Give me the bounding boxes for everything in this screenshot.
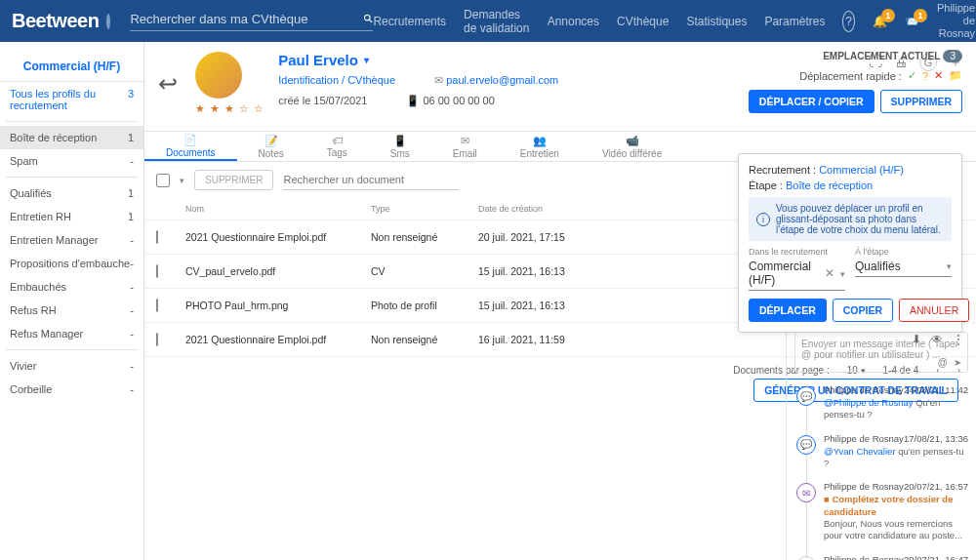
popover-copier-button[interactable]: COPIER <box>833 299 893 322</box>
clear-icon[interactable]: ✕ <box>825 266 834 280</box>
supprimer-button[interactable]: SUPPRIMER <box>880 90 962 113</box>
timeline-item: 👤Philippe de Rosnay20/07/21, 16:47Créé d… <box>794 554 968 560</box>
avatar <box>195 52 242 99</box>
sidebar-item[interactable]: Corbeille- <box>0 378 143 401</box>
info-icon: i <box>756 213 770 226</box>
identification-link[interactable]: Identification / CVthèque <box>278 74 395 87</box>
nav-statistiques[interactable]: Statistiques <box>686 15 747 28</box>
sidebar-title: Commercial (H/F) <box>0 52 143 82</box>
sidebar-item[interactable]: Vivier- <box>0 354 143 378</box>
logo: Beetween <box>12 10 99 32</box>
sidebar: Commercial (H/F) Tous les profils du rec… <box>0 42 144 560</box>
recrutement-link[interactable]: Commercial (H/F) <box>819 164 904 176</box>
sidebar-item[interactable]: Embauchés- <box>0 275 143 299</box>
tab-documents[interactable]: 📄Documents <box>144 132 237 161</box>
search-input[interactable] <box>130 12 364 26</box>
nav-demandes[interactable]: Demandes de validation <box>464 8 530 35</box>
timeline-item: ✉Philippe de Rosnay20/07/21, 16:57■ Comp… <box>794 481 968 541</box>
timeline-item: 💬Philippe de Rosnay24/08/21, 11:42@Phili… <box>794 384 968 421</box>
content: EMPLACEMENT ACTUEL 3 Déplacement rapide … <box>144 42 976 560</box>
sidebar-item[interactable]: Tous les profils du recrutement3 <box>0 82 143 117</box>
search-wrap: ⚲ <box>130 12 373 31</box>
sidebar-item[interactable]: Entretien Manager- <box>0 228 143 252</box>
sidebar-item[interactable]: Qualifiés1 <box>0 181 143 205</box>
mention-icon[interactable]: @ <box>938 357 948 368</box>
nav-annonces[interactable]: Annonces <box>548 15 599 28</box>
back-arrow-icon[interactable]: ↩ <box>158 70 182 98</box>
message-input[interactable]: Envoyer un message interne ( Taper @ pou… <box>794 332 968 373</box>
logo-circle-icon <box>106 14 110 29</box>
checkbox-dropdown-icon[interactable]: ▾ <box>180 176 184 185</box>
nav-parametres[interactable]: Paramètres <box>764 15 825 28</box>
recrutement-select[interactable]: Commercial (H/F) ✕▾ <box>749 257 845 291</box>
notifications-icon[interactable]: 🔔1 <box>873 15 887 28</box>
sidebar-item[interactable]: Entretien RH1 <box>0 205 143 228</box>
etape-select[interactable]: Qualifiés ▾ <box>855 257 952 277</box>
header-nom: Nom <box>185 204 371 214</box>
tab-email[interactable]: ✉Email <box>431 132 499 161</box>
select-all-checkbox[interactable] <box>156 174 170 187</box>
docs-supprimer-button[interactable]: SUPPRIMER <box>194 170 273 190</box>
row-checkbox[interactable] <box>156 299 158 312</box>
topbar: Beetween ⚲ Recrutements Demandes de vali… <box>0 0 976 42</box>
chevron-down-icon: ▾ <box>364 55 369 65</box>
nav-recrutements[interactable]: Recrutements <box>373 15 446 28</box>
help-icon[interactable]: ? <box>842 11 854 32</box>
phone-icon: 📱 <box>406 95 423 106</box>
quick-folder-icon[interactable]: 📁 <box>949 69 962 82</box>
popover-deplacer-button[interactable]: DÉPLACER <box>749 299 827 322</box>
sidebar-item[interactable]: Boîte de réception1 <box>0 126 143 149</box>
sidebar-item[interactable]: Refus RH- <box>0 299 143 322</box>
row-checkbox[interactable] <box>156 230 158 244</box>
history-panel: 🕓HISTORIQUE Envoyer un message interne (… <box>786 300 976 560</box>
profile-phone: 06 00 00 00 00 <box>423 95 494 106</box>
profile-name-dropdown[interactable]: Paul Ervelo▾ <box>278 52 558 68</box>
rating-stars[interactable]: ★ ★ ★ ☆ ☆ <box>195 102 264 115</box>
tab-sms[interactable]: 📱Sms <box>369 132 431 161</box>
quick-check-icon[interactable]: ✓ <box>908 69 916 82</box>
row-checkbox[interactable] <box>156 264 158 278</box>
quick-help-icon[interactable]: ? <box>922 70 928 82</box>
move-popover: Recrutement : Commercial (H/F) Étape : B… <box>738 153 962 333</box>
info-box: i Vous pouvez déplacer un profil en glis… <box>749 197 952 241</box>
popover-annuler-button[interactable]: ANNULER <box>899 299 969 322</box>
emplacement-box: EMPLACEMENT ACTUEL 3 Déplacement rapide … <box>749 50 962 113</box>
user-menu[interactable]: Philippe de Rosnay <box>937 2 975 41</box>
search-document-input[interactable] <box>283 170 459 190</box>
email-icon: ✉ <box>434 74 446 86</box>
tab-tags[interactable]: 🏷Tags <box>305 132 369 161</box>
timeline-item: 💬Philippe de Rosnay17/08/21, 13:36@Yvan … <box>794 433 968 470</box>
sidebar-item[interactable]: Refus Manager- <box>0 322 143 345</box>
sidebar-item[interactable]: Spam- <box>0 149 143 173</box>
nav-cvtheque[interactable]: CVthèque <box>617 15 669 28</box>
chevron-down-icon[interactable]: ▾ <box>947 261 952 271</box>
quick-close-icon[interactable]: ✕ <box>934 69 943 82</box>
quick-move-label: Déplacement rapide : <box>799 70 902 82</box>
top-nav: Recrutements Demandes de validation Anno… <box>373 2 975 41</box>
emplacement-count: 3 <box>943 50 962 62</box>
chevron-down-icon[interactable]: ▾ <box>840 269 845 279</box>
header-date: Date de création <box>478 204 625 214</box>
deplacer-copier-button[interactable]: DÉPLACER / COPIER <box>749 90 874 113</box>
created-date: créé le 15/07/2021 <box>278 95 367 107</box>
tab-vidéo différée[interactable]: 📹Vidéo différée <box>581 132 683 161</box>
inbox-icon[interactable]: 📨1 <box>905 15 919 28</box>
tab-entretien[interactable]: 👥Entretien <box>499 132 581 161</box>
emplacement-label: EMPLACEMENT ACTUEL <box>823 51 940 61</box>
sidebar-item[interactable]: Propositions d'embauche- <box>0 252 143 275</box>
send-icon[interactable]: ➤ <box>954 357 961 368</box>
tab-notes[interactable]: 📝Notes <box>237 132 305 161</box>
etape-link[interactable]: Boîte de réception <box>786 180 873 191</box>
header-type: Type <box>371 204 478 214</box>
row-checkbox[interactable] <box>156 333 158 346</box>
profile-email[interactable]: paul.ervelo@gmail.com <box>446 74 558 86</box>
